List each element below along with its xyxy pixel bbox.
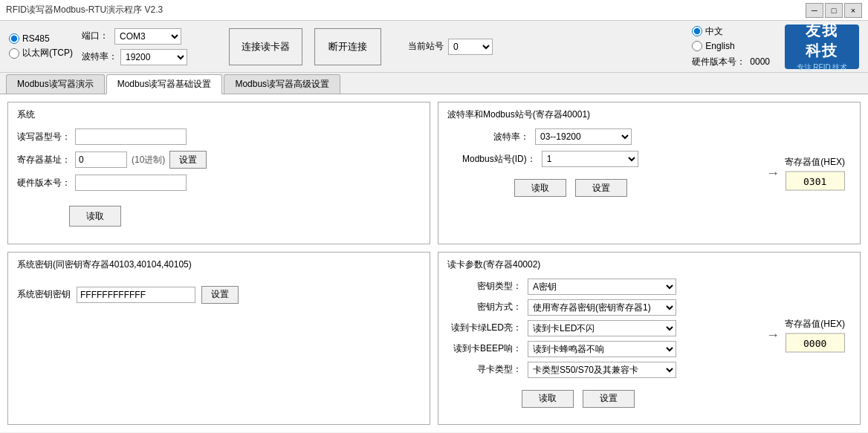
toolbar: RS485 以太网(TCP) 端口： COM3 波特率： 19200 (0, 21, 868, 73)
reg-set-button[interactable]: 设置 (169, 151, 207, 169)
baud-reg-value-box: 寄存器值(HEX) 0301 (785, 155, 845, 190)
key-type-row: 密钥类型： A密钥 B密钥 (447, 279, 851, 295)
chinese-radio[interactable] (692, 26, 702, 36)
led-label: 读到卡绿LED亮： (447, 322, 522, 334)
baud-select[interactable]: 19200 (120, 49, 187, 65)
connection-type-group: RS485 以太网(TCP) (9, 33, 76, 59)
main-content: 系统 读写器型号： 寄存器基址： (10进制) 设置 硬件版本号： 读取 波特率… (0, 94, 868, 432)
decimal-hint: (10进制) (132, 154, 165, 166)
minimize-button[interactable]: ─ (806, 3, 823, 18)
key-row: 系统密钥密钥 设置 (17, 286, 421, 304)
english-radio[interactable] (692, 41, 702, 51)
tcp-option[interactable]: 以太网(TCP) (9, 47, 76, 59)
key-type-label: 密钥类型： (447, 280, 522, 293)
hw-version-value: 0000 (750, 56, 770, 67)
port-select[interactable]: COM3 (114, 28, 181, 45)
rs485-option[interactable]: RS485 (9, 33, 76, 44)
baud-reg-value: 0301 (786, 171, 845, 190)
system-panel: 系统 读写器型号： 寄存器基址： (10进制) 设置 硬件版本号： 读取 (7, 102, 430, 244)
hw-version-form-label: 硬件版本号： (17, 177, 71, 189)
card-reg-value-box: 寄存器值(HEX) 0000 (785, 317, 845, 352)
tcp-label: 以太网(TCP) (22, 47, 73, 59)
key-type-select[interactable]: A密钥 B密钥 (528, 279, 676, 295)
system-panel-title: 系统 (17, 108, 421, 121)
card-params-title: 读卡参数(寄存器40002) (447, 258, 851, 271)
baud-panel: 波特率和Modbus站号(寄存器40001) 波特率： 03--19200 01… (438, 102, 861, 244)
connection-row-1: RS485 以太网(TCP) 端口： COM3 波特率： 19200 (9, 28, 217, 65)
led-select[interactable]: 读到卡LED不闪 读到卡LED闪一次 读到卡LED闪两次 (528, 320, 676, 336)
reg-addr-label: 寄存器基址： (17, 154, 71, 166)
card-type-select[interactable]: 卡类型S50/S70及其兼容卡 卡类型Mifare UltraLight 所有类… (528, 362, 676, 378)
reader-type-label: 读写器型号： (17, 131, 71, 143)
card-type-label: 寻卡类型： (447, 363, 522, 376)
current-station: 当前站号 0 (408, 39, 493, 55)
card-reg-label: 寄存器值(HEX) (785, 317, 845, 330)
disconnect-button[interactable]: 断开连接 (314, 28, 381, 65)
modbus-id-label: Modbus站号(ID)： (462, 153, 536, 166)
maximize-button[interactable]: □ (825, 3, 843, 18)
station-label: 当前站号 (408, 40, 444, 53)
baud-rate-select[interactable]: 03--19200 01--2400 02--9600 04--38400 05… (535, 128, 632, 145)
reg-addr-row: 寄存器基址： (10进制) 设置 (17, 151, 421, 169)
modbus-id-select[interactable]: 1 2345 (542, 151, 638, 167)
toolbar-left: RS485 以太网(TCP) 端口： COM3 波特率： 19200 (9, 28, 217, 65)
key-label: 系统密钥密钥 (17, 288, 71, 301)
card-type-row: 寻卡类型： 卡类型S50/S70及其兼容卡 卡类型Mifare UltraLig… (447, 362, 851, 378)
key-input[interactable] (77, 287, 195, 303)
card-set-button[interactable]: 设置 (583, 390, 635, 408)
card-btn-row: 读取 设置 (522, 390, 851, 408)
card-params-panel: 读卡参数(寄存器40002) 密钥类型： A密钥 B密钥 密钥方式： 使用寄存器… (438, 252, 861, 426)
baud-panel-title: 波特率和Modbus站号(寄存器40001) (447, 108, 851, 121)
logo: 友我 科技 专注 RFID 技术 (785, 25, 859, 69)
syskey-panel: 系统密钥(同密钥寄存器40103,40104,40105) 系统密钥密钥 设置 (7, 252, 430, 426)
language-group: 中文 English (692, 25, 770, 51)
port-label: 端口： (82, 30, 111, 42)
title-bar-controls: ─ □ × (806, 3, 862, 18)
key-mode-label: 密钥方式： (447, 301, 522, 313)
baud-rate-label: 波特率： (462, 131, 529, 143)
title-bar-text: RFID读写器Modbus-RTU演示程序 V2.3 (6, 4, 806, 16)
reader-type-input[interactable] (75, 128, 187, 145)
reader-type-row: 读写器型号： (17, 128, 421, 145)
tcp-radio[interactable] (9, 48, 19, 59)
beep-select[interactable]: 读到卡蜂鸣器不响 读到卡蜂鸣器响一次 读到卡蜂鸣器响两次 (528, 341, 676, 357)
baud-label: 波特率： (82, 51, 117, 63)
toolbar-right: 中文 English 硬件版本号： 0000 友我 科技 专注 RFID 技术 (692, 25, 859, 69)
tab-basic[interactable]: Modbus读写器基础设置 (106, 74, 223, 94)
chinese-label: 中文 (705, 25, 723, 38)
rs485-label: RS485 (22, 33, 50, 44)
rs485-radio[interactable] (9, 33, 19, 44)
hw-version-label: 硬件版本号： (692, 56, 745, 68)
baud-arrow-icon: → (766, 165, 780, 180)
reg-addr-input[interactable] (75, 152, 127, 168)
key-mode-select[interactable]: 使用寄存器密钥(密钥寄存器1) 使用EEPROM密钥 (528, 299, 676, 316)
tab-advanced[interactable]: Modbus读写器高级设置 (224, 74, 340, 94)
card-read-button[interactable]: 读取 (522, 390, 574, 408)
english-label: English (705, 41, 734, 51)
close-button[interactable]: × (844, 3, 862, 18)
card-reg-value: 0000 (786, 333, 845, 352)
hw-version-input[interactable] (75, 175, 187, 191)
baud-set-button[interactable]: 设置 (575, 179, 627, 197)
tab-demo[interactable]: Modbus读写器演示 (6, 74, 105, 94)
chinese-option[interactable]: 中文 (692, 25, 770, 38)
baud-rate-row: 波特率： 03--19200 01--2400 02--9600 04--384… (462, 128, 851, 145)
system-read-button[interactable]: 读取 (69, 206, 121, 227)
station-select[interactable]: 0 (448, 39, 493, 55)
connect-button[interactable]: 连接读卡器 (229, 28, 302, 65)
key-mode-row: 密钥方式： 使用寄存器密钥(密钥寄存器1) 使用EEPROM密钥 (447, 299, 851, 316)
tabs-bar: Modbus读写器演示 Modbus读写器基础设置 Modbus读写器高级设置 (0, 73, 868, 94)
baud-reg-label: 寄存器值(HEX) (785, 155, 845, 168)
title-bar: RFID读写器Modbus-RTU演示程序 V2.3 ─ □ × (0, 0, 868, 21)
beep-label: 读到卡BEEP响： (447, 342, 522, 355)
hw-version-row: 硬件版本号： (17, 175, 421, 191)
key-set-button[interactable]: 设置 (201, 286, 239, 304)
syskey-panel-title: 系统密钥(同密钥寄存器40103,40104,40105) (17, 258, 421, 271)
hw-version-row: 硬件版本号： 0000 (692, 56, 770, 68)
baud-read-button[interactable]: 读取 (514, 179, 566, 197)
english-option[interactable]: English (692, 41, 770, 51)
card-arrow-icon: → (766, 327, 780, 342)
